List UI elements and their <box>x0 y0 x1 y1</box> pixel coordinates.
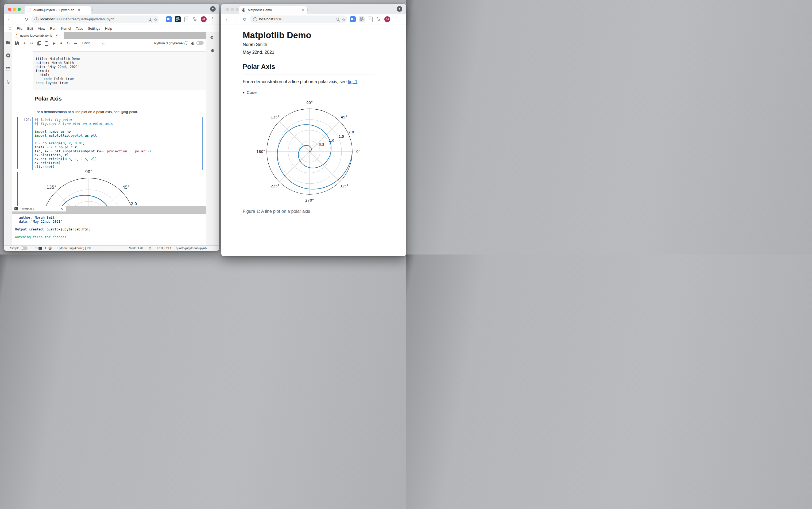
notebook-file-tab[interactable]: quarto-jupyterlab.ipynb ✕ <box>12 32 64 39</box>
rendered-doc-browser-window: Matplotlib Demo × + ▼ ← → ↻ i localhost:… <box>221 4 406 254</box>
menubar-items: FileEditViewRunKernelTabsSettingsHelp <box>14 27 114 31</box>
menu-item-file[interactable]: File <box>14 27 25 31</box>
reload-icon[interactable]: ↻ <box>243 16 246 22</box>
svg-text:0°: 0° <box>356 149 360 154</box>
code-fold-toggle[interactable]: Code <box>243 90 257 95</box>
disclosure-triangle-icon <box>243 92 245 94</box>
cursor-position[interactable]: Ln 3, Col 1 <box>157 246 172 250</box>
site-info-icon[interactable]: i <box>253 18 257 22</box>
cell-type-dropdown[interactable]: Code <box>82 41 91 45</box>
debugger-bug-icon[interactable] <box>210 48 215 53</box>
file-tabs-row: quarto-jupyterlab.ipynb ✕ <box>12 32 206 39</box>
close-window-button[interactable] <box>226 8 229 11</box>
reload-icon[interactable]: ↻ <box>24 16 28 22</box>
cell-type-chevron-icon[interactable] <box>102 41 105 44</box>
property-inspector-gear-icon[interactable]: ⚙ <box>210 35 214 40</box>
toolbar-bug-icon[interactable] <box>190 41 194 45</box>
simple-mode-label: Simple <box>10 246 20 250</box>
menu-item-tabs[interactable]: Tabs <box>73 27 85 31</box>
svg-text:315°: 315° <box>340 184 349 188</box>
document-extension-icon[interactable] <box>367 16 373 22</box>
status-terminal-icon[interactable]: $_ <box>38 247 42 250</box>
code-cell-editor[interactable]: #| label: fig-polar#| fig.cap: A line pl… <box>32 117 203 170</box>
notebook-scroll-area: --- title: Matplotlib Demo author: Norah… <box>12 48 206 206</box>
react-devtools-icon[interactable] <box>359 16 364 22</box>
document-extension-icon[interactable] <box>184 16 189 22</box>
menu-item-run[interactable]: Run <box>47 27 59 31</box>
running-kernels-icon[interactable] <box>6 53 11 58</box>
menu-item-view[interactable]: View <box>36 27 48 31</box>
kernel-name-button[interactable]: Python 3 (ipykernel) <box>154 41 185 45</box>
menu-item-help[interactable]: Help <box>103 27 114 31</box>
address-bar[interactable]: i localhost:8888/lab/tree/quarto-jupyter… <box>31 15 159 23</box>
simple-mode-toggle[interactable] <box>21 246 28 250</box>
minimize-window-button[interactable] <box>13 8 16 11</box>
paste-cells-icon[interactable] <box>44 41 49 46</box>
figure-caption: Figure 1: A line plot on a polar axis <box>243 209 310 214</box>
section-heading: Polar Axis <box>243 63 275 71</box>
profile-avatar[interactable]: JJ <box>201 16 207 22</box>
close-terminal-icon[interactable]: ✕ <box>61 207 63 211</box>
new-tab-button[interactable]: + <box>306 7 309 13</box>
back-icon[interactable]: ← <box>7 16 12 22</box>
terminal-output[interactable]: author: Norah Smith date: 'May 22nd, 202… <box>12 213 206 245</box>
close-tab-icon[interactable]: × <box>302 8 304 12</box>
bookmark-star-icon[interactable]: ☆ <box>342 17 346 22</box>
video-extension-icon[interactable] <box>350 16 356 22</box>
zoom-level-icon[interactable] <box>336 18 339 21</box>
interrupt-kernel-icon[interactable]: ■ <box>59 41 64 46</box>
menu-item-settings[interactable]: Settings <box>85 27 103 31</box>
tab-search-icon[interactable]: ▼ <box>210 6 216 12</box>
status-kernel-chip-icon[interactable] <box>48 246 52 250</box>
tab-search-icon[interactable]: ▼ <box>397 6 402 12</box>
terminal-tab[interactable]: $_ Terminal 1 ✕ <box>12 206 66 211</box>
forward-icon[interactable]: → <box>16 16 20 22</box>
profile-avatar[interactable]: JJ <box>384 16 390 22</box>
zoom-window-button[interactable] <box>17 8 21 11</box>
mode-indicator[interactable]: Mode: Edit <box>129 246 143 250</box>
run-cell-icon[interactable]: ▶ <box>51 41 57 46</box>
menu-item-kernel[interactable]: Kernel <box>59 27 73 31</box>
site-info-icon[interactable]: i <box>34 18 38 22</box>
svg-text:1.5: 1.5 <box>339 134 344 138</box>
menu-item-edit[interactable]: Edit <box>25 27 36 31</box>
zoom-window-button[interactable] <box>236 8 239 11</box>
search-icon[interactable] <box>148 18 151 21</box>
kernel-status-text[interactable]: Python 3 (ipykernel) | Idle <box>58 246 92 250</box>
jupyter-favicon <box>27 8 31 12</box>
close-window-button[interactable] <box>8 8 11 11</box>
yaml-raw-cell[interactable]: --- title: Matplotlib Demo author: Norah… <box>33 51 206 90</box>
jupyterlab-browser-window: quarto-jupyterl - JupyterLab × + ▼ ← → ↻… <box>4 4 219 251</box>
extensions-puzzle-icon[interactable] <box>192 16 198 22</box>
address-bar[interactable]: i localhost:6916 ☆ <box>250 15 347 23</box>
extensions-puzzle-icon[interactable] <box>376 16 381 22</box>
cut-cells-icon[interactable]: ✂ <box>29 41 34 46</box>
browser-menu-icon[interactable]: ⋮ <box>394 16 398 21</box>
table-of-contents-icon[interactable] <box>6 66 11 71</box>
restart-run-all-icon[interactable]: ▶▶ <box>73 41 78 46</box>
browser-tab[interactable]: Matplotlib Demo × <box>239 6 307 14</box>
output-collapser[interactable] <box>17 172 18 206</box>
close-file-tab-icon[interactable]: ✕ <box>55 34 58 37</box>
react-devtools-icon[interactable] <box>175 16 181 22</box>
bookmark-star-icon[interactable]: ☆ <box>154 17 157 22</box>
minimize-window-button[interactable] <box>231 8 234 11</box>
execution-count: [2]: <box>24 118 32 122</box>
video-extension-icon[interactable] <box>166 16 172 22</box>
save-icon[interactable] <box>14 41 20 46</box>
document-author: Norah Smith <box>243 42 267 47</box>
figure-link[interactable]: fig. 1 <box>348 79 357 84</box>
cell-collapser[interactable] <box>17 117 18 169</box>
browser-menu-icon[interactable]: ⋮ <box>210 16 214 21</box>
forward-icon[interactable]: → <box>234 16 238 22</box>
browser-tab[interactable]: quarto-jupyterl - JupyterLab × <box>25 6 91 14</box>
copy-cells-icon[interactable] <box>37 41 42 46</box>
file-browser-icon[interactable] <box>6 40 11 45</box>
add-cell-icon[interactable]: + <box>22 41 27 46</box>
restart-kernel-icon[interactable]: ↻ <box>66 41 71 46</box>
close-tab-icon[interactable]: × <box>78 8 80 12</box>
extension-manager-icon[interactable] <box>6 80 11 85</box>
debugger-toggle[interactable] <box>196 41 204 45</box>
back-icon[interactable]: ← <box>225 16 230 22</box>
new-tab-button[interactable]: + <box>91 7 94 13</box>
